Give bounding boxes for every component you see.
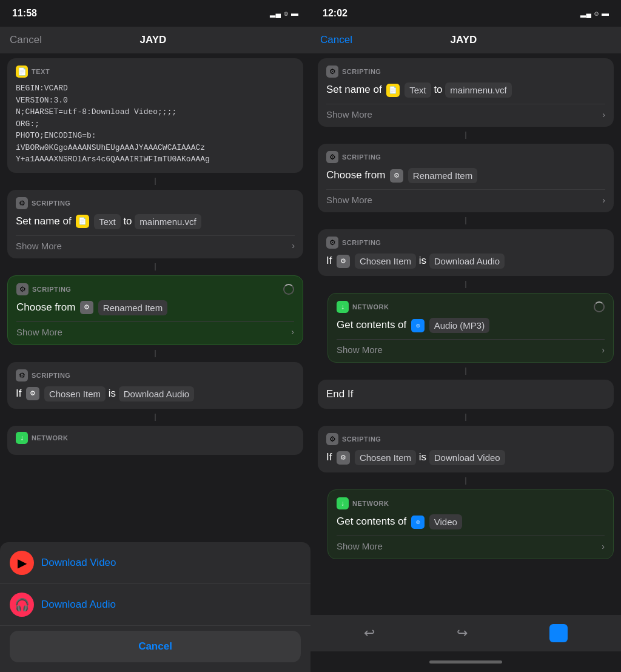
right-connector-5	[465, 414, 466, 421]
action-audio-label: Download Audio	[41, 599, 116, 611]
right-net-mp3-text: Get contents of ⌾ Audio (MP3)	[337, 318, 605, 333]
text-inline-icon: 📄	[76, 215, 89, 228]
right-show-more-chevron-3: ›	[602, 345, 605, 355]
left-cancel-button[interactable]: Cancel	[10, 34, 42, 46]
add-button[interactable]	[549, 624, 568, 642]
left-if-audio-icon: ⚙	[16, 369, 28, 381]
left-set-name-label: SCRIPTING	[32, 200, 70, 207]
filename-tag: mainmenu.vcf	[135, 214, 201, 229]
right-connector-1	[465, 132, 466, 139]
left-set-name-text: Set name of 📄 Text to mainmenu.vcf	[16, 214, 295, 229]
text-block-card: 📄 TEXT BEGIN:VCARD VERSION:3.0 N;CHARSET…	[7, 58, 303, 173]
left-status-icons: ▂▄ ⌾ ▬	[270, 9, 298, 18]
right-if-video-badge: ⚙ SCRIPTING	[326, 433, 605, 445]
right-dl-video-tag: Download Video	[429, 450, 505, 465]
right-net-mp3-show-more[interactable]: Show More ›	[337, 339, 605, 355]
right-set-name-text: Set name of 📄 Text to mainmenu.vcf	[326, 82, 605, 98]
left-set-name-card[interactable]: ⚙ SCRIPTING Set name of 📄 Text to mainme…	[7, 190, 303, 258]
left-show-more-chevron-2: ›	[291, 327, 294, 337]
right-end-if-label: End If	[326, 388, 353, 400]
right-set-name-show-more[interactable]: Show More ›	[326, 104, 605, 119]
right-video-chosen-tag: Chosen Item	[355, 450, 416, 465]
left-choose-label: SCRIPTING	[32, 286, 71, 293]
right-net-video-text: Get contents of ⌾ Video	[337, 514, 605, 529]
right-connector-2	[465, 217, 466, 224]
right-if-audio-icon: ⚙	[326, 237, 338, 249]
vcard-line-1: BEGIN:VCARD	[16, 82, 295, 95]
if-chosen-icon: ⚙	[26, 387, 39, 400]
left-set-name-icon: ⚙	[16, 197, 28, 209]
action-cancel-button[interactable]: Cancel	[10, 631, 301, 662]
right-video-tag: Video	[429, 514, 462, 529]
right-if-video-card[interactable]: ⚙ SCRIPTING If ⚙ Chosen Item is Download…	[318, 426, 614, 472]
right-dl-audio-tag: Download Audio	[429, 254, 505, 269]
action-item-audio[interactable]: 🎧 Download Audio	[0, 584, 310, 626]
left-status-bar: 11:58 ▂▄ ⌾ ▬	[0, 0, 310, 27]
right-network-video-card[interactable]: ↓ NETWORK Get contents of ⌾ Video Show M…	[327, 489, 614, 559]
right-show-more-chevron-2: ›	[602, 195, 605, 205]
right-network-mp3-card[interactable]: ↓ NETWORK Get contents of ⌾ Audio (MP3) …	[327, 293, 614, 363]
right-text-inline-icon: 📄	[386, 84, 400, 97]
right-bottom-toolbar: ↩ ↪	[310, 615, 621, 651]
left-choose-show-more[interactable]: Show More ›	[16, 321, 294, 337]
right-choose-prefix: Choose from	[326, 169, 385, 181]
left-choose-spinner	[283, 284, 294, 295]
left-if-audio-badge: ⚙ SCRIPTING	[16, 369, 295, 381]
audio-icon-circle: 🎧	[10, 593, 34, 617]
left-set-name-badge: ⚙ SCRIPTING	[16, 197, 295, 209]
wifi-icon: ⌾	[284, 9, 288, 18]
choose-prefix: Choose from	[16, 301, 75, 313]
video-icon-circle: ▶	[10, 551, 34, 575]
right-connector-6	[465, 477, 466, 485]
text-block-content: BEGIN:VCARD VERSION:3.0 N;CHARSET=utf-8:…	[16, 82, 295, 166]
text-icon-symbol: 📄	[18, 67, 27, 76]
right-if-video-label: SCRIPTING	[342, 435, 381, 443]
set-name-prefix: Set name of	[16, 215, 72, 227]
left-show-more-text-2: Show More	[16, 327, 62, 337]
right-video-is-label: is	[419, 451, 426, 463]
left-show-more-chevron-1: ›	[292, 241, 295, 250]
vcard-line-7: Y+a1AAAAXNSROlArs4c6QAAAIRIWFImTU0AKoAAA…	[16, 153, 295, 166]
action-video-label: Download Video	[41, 557, 116, 569]
right-choose-card[interactable]: ⚙ SCRIPTING Choose from ⚙ Renamed Item S…	[318, 144, 614, 212]
left-set-name-show-more[interactable]: Show More ›	[16, 235, 295, 251]
left-network-badge: ↓ NETWORK	[16, 432, 295, 444]
redo-button[interactable]: ↪	[457, 625, 468, 641]
connector-2	[155, 263, 156, 270]
if-prefix: If	[16, 388, 21, 399]
connector-1	[155, 178, 156, 185]
right-home-bar	[429, 660, 502, 664]
right-net-mp3-spinner	[594, 301, 605, 312]
right-net-video-show-more[interactable]: Show More ›	[337, 536, 605, 551]
vcard-line-5: PHOTO;ENCODING=b:	[16, 130, 295, 142]
right-choose-show-more[interactable]: Show More ›	[326, 189, 605, 205]
right-status-bar: 12:02 ▂▄ ⌾ ▬	[310, 0, 621, 27]
left-network-label: NETWORK	[32, 434, 68, 442]
left-if-audio-label: SCRIPTING	[32, 372, 70, 379]
right-if-audio-badge: ⚙ SCRIPTING	[326, 237, 605, 249]
right-cancel-button[interactable]: Cancel	[320, 34, 352, 46]
signal-icon: ▂▄	[270, 9, 281, 18]
right-net-mp3-prefix: Get contents of	[337, 319, 406, 331]
vcard-line-3: N;CHARSET=utf-8:Download Video;;;;	[16, 106, 295, 118]
right-audio-mp3-icon: ⌾	[411, 319, 425, 332]
set-name-to-label: to	[123, 215, 132, 227]
left-choose-card[interactable]: ⚙ SCRIPTING Choose from ⚙ Renamed Item S…	[7, 275, 303, 345]
right-status-icons: ▂▄ ⌾ ▬	[580, 9, 609, 18]
right-scroll-content: ⚙ SCRIPTING Set name of 📄 Text to mainme…	[310, 53, 621, 615]
right-if-audio-card[interactable]: ⚙ SCRIPTING If ⚙ Chosen Item is Download…	[318, 229, 614, 276]
right-audio-mp3-tag: Audio (MP3)	[429, 318, 489, 333]
right-show-more-chevron-4: ›	[602, 542, 605, 551]
action-item-video[interactable]: ▶ Download Video	[0, 542, 310, 584]
right-set-name-card[interactable]: ⚙ SCRIPTING Set name of 📄 Text to mainme…	[318, 58, 614, 127]
left-choose-text: Choose from ⚙ Renamed Item	[16, 300, 294, 315]
chosen-item-tag: Chosen Item	[44, 386, 106, 402]
right-net-video-icon: ↓	[337, 497, 349, 509]
left-if-audio-card[interactable]: ⚙ SCRIPTING If ⚙ Chosen Item is Download…	[7, 362, 303, 409]
undo-button[interactable]: ↩	[364, 625, 375, 641]
right-nav-bar: Cancel JAYD	[310, 27, 621, 53]
connector-4	[155, 414, 156, 421]
left-choose-badge: ⚙ SCRIPTING	[16, 283, 294, 295]
right-choose-icon: ⚙	[326, 151, 338, 163]
right-show-more-text-3: Show More	[337, 344, 383, 355]
